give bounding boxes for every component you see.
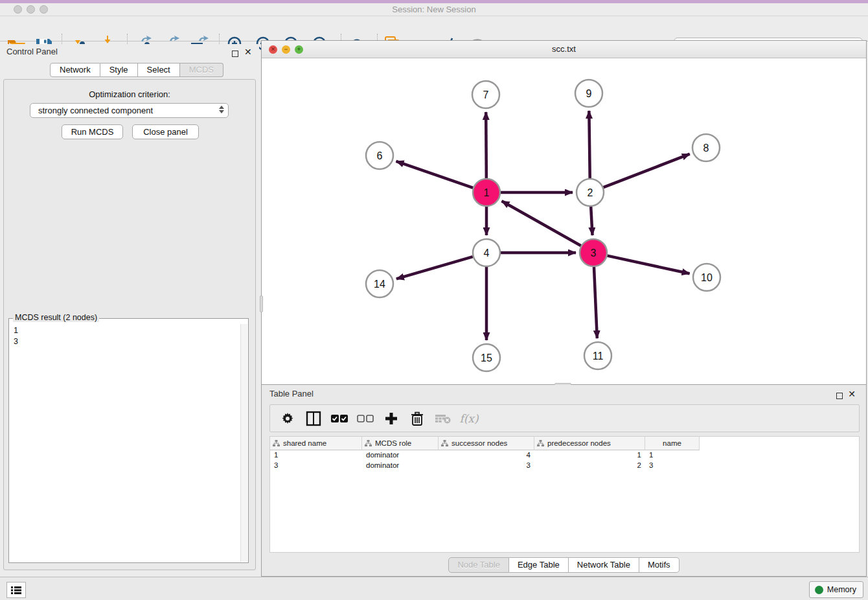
- graph-node-15[interactable]: 15: [473, 344, 500, 371]
- table-panel: Table Panel ✕ f(x) shared nameMCDS roles…: [261, 385, 867, 577]
- list-icon: [10, 585, 22, 595]
- table-panel-title: Table Panel: [269, 389, 314, 398]
- tab-mcds[interactable]: MCDS: [180, 63, 223, 77]
- tab-network-table[interactable]: Network Table: [569, 557, 639, 573]
- graph-node-2[interactable]: 2: [577, 179, 604, 206]
- tab-style[interactable]: Style: [100, 63, 138, 77]
- memory-status-icon: [815, 586, 823, 594]
- node-label: 15: [481, 352, 492, 363]
- column-header-successor-nodes[interactable]: successor nodes: [439, 437, 534, 450]
- column-header-MCDS-role[interactable]: MCDS role: [362, 437, 439, 450]
- graph-node-10[interactable]: 10: [693, 264, 720, 291]
- select-all-icon[interactable]: [331, 410, 348, 427]
- table-cell[interactable]: 2: [534, 461, 645, 471]
- node-label: 8: [703, 143, 709, 154]
- task-history-button[interactable]: [6, 582, 26, 598]
- table-cell[interactable]: 1: [645, 450, 700, 461]
- deselect-all-icon[interactable]: [357, 410, 374, 427]
- graph-node-7[interactable]: 7: [472, 81, 499, 108]
- graph-node-11[interactable]: 11: [584, 342, 611, 369]
- run-mcds-button[interactable]: Run MCDS: [62, 124, 123, 139]
- tab-edge-table[interactable]: Edge Table: [509, 557, 569, 573]
- table-row[interactable]: 1dominator411: [270, 450, 700, 461]
- control-panel: Control Panel ✕ Network Style Select MCD…: [0, 44, 259, 571]
- main-toolbar: [0, 16, 868, 41]
- tab-select[interactable]: Select: [138, 63, 180, 77]
- memory-label: Memory: [827, 585, 856, 594]
- window-titlebar: Session: New Session: [0, 3, 868, 16]
- delete-column-trash-icon[interactable]: [409, 410, 426, 427]
- delete-table-icon: [435, 410, 451, 427]
- tab-node-table[interactable]: Node Table: [448, 557, 509, 573]
- edge-2-3[interactable]: [591, 207, 592, 235]
- table-header-row: shared nameMCDS rolesuccessor nodesprede…: [270, 437, 700, 450]
- node-label: 10: [701, 272, 713, 283]
- add-column-icon[interactable]: [383, 410, 400, 427]
- network-graph[interactable]: 7968124314101511: [262, 58, 866, 384]
- close-table-panel-icon[interactable]: ✕: [848, 391, 856, 397]
- node-label: 2: [588, 187, 593, 198]
- show-columns-icon[interactable]: [305, 410, 322, 427]
- graph-node-9[interactable]: 9: [575, 80, 602, 107]
- column-header-predecessor-nodes[interactable]: predecessor nodes: [534, 437, 645, 450]
- graph-node-4[interactable]: 4: [473, 239, 500, 266]
- window-title: Session: New Session: [0, 3, 868, 16]
- window-close-button[interactable]: [14, 5, 22, 14]
- edge-3-11[interactable]: [594, 267, 597, 338]
- mcds-result-text[interactable]: 1 3: [10, 324, 240, 562]
- float-table-panel-icon[interactable]: [836, 390, 843, 402]
- window-zoom-button[interactable]: [40, 5, 48, 14]
- close-panel-button[interactable]: Close panel: [132, 124, 199, 139]
- table-cell[interactable]: 4: [439, 450, 534, 461]
- network-close-button[interactable]: ✕: [269, 45, 277, 54]
- control-panel-title: Control Panel: [6, 47, 58, 56]
- edge-1-6[interactable]: [396, 161, 474, 188]
- tab-motifs[interactable]: Motifs: [639, 557, 680, 573]
- edge-2-8[interactable]: [604, 154, 690, 187]
- criterion-dropdown[interactable]: strongly connected component: [30, 103, 229, 118]
- graph-node-8[interactable]: 8: [692, 134, 720, 161]
- node-table[interactable]: shared nameMCDS rolesuccessor nodesprede…: [269, 436, 860, 553]
- column-header-name[interactable]: name: [645, 437, 700, 450]
- edge-4-14[interactable]: [396, 257, 473, 279]
- node-label: 14: [374, 279, 385, 290]
- chevron-up-down-icon: [219, 106, 224, 113]
- table-cell[interactable]: 3: [439, 461, 534, 471]
- memory-button[interactable]: Memory: [809, 581, 863, 598]
- graph-node-6[interactable]: 6: [366, 142, 393, 169]
- graph-node-1[interactable]: 1: [473, 179, 500, 206]
- edge-3-1[interactable]: [502, 201, 581, 246]
- network-maximize-button[interactable]: +: [295, 45, 303, 54]
- table-cell[interactable]: 1: [534, 450, 645, 461]
- node-label: 4: [484, 248, 490, 259]
- table-row[interactable]: 3dominator323: [270, 461, 700, 471]
- control-panel-tabs: Network Style Select MCDS: [50, 63, 223, 77]
- table-cell[interactable]: 3: [270, 461, 362, 471]
- node-label: 3: [591, 248, 597, 259]
- result-scrollbar[interactable]: [240, 324, 247, 562]
- edge-2-9[interactable]: [589, 111, 589, 178]
- node-label: 6: [377, 150, 383, 161]
- table-cell[interactable]: dominator: [362, 461, 439, 471]
- graph-node-3[interactable]: 3: [580, 239, 607, 266]
- table-toolbar: f(x): [269, 404, 860, 432]
- table-tabs: Node Table Edge Table Network Table Moti…: [262, 557, 866, 573]
- table-cell[interactable]: 1: [270, 450, 362, 461]
- float-panel-icon[interactable]: [232, 48, 238, 60]
- column-header-shared-name[interactable]: shared name: [270, 437, 362, 450]
- table-settings-gear-icon[interactable]: [279, 410, 296, 427]
- graph-node-14[interactable]: 14: [366, 270, 393, 297]
- window-minimize-button[interactable]: [27, 5, 35, 14]
- network-minimize-button[interactable]: −: [282, 45, 290, 54]
- status-bar: Memory: [0, 577, 868, 600]
- tab-network[interactable]: Network: [50, 63, 100, 77]
- close-panel-icon[interactable]: ✕: [244, 49, 252, 55]
- table-cell[interactable]: 3: [645, 461, 700, 471]
- optimization-criterion-label: Optimization criterion:: [4, 89, 255, 99]
- splitter-handle-vertical[interactable]: [260, 295, 263, 312]
- table-cell[interactable]: dominator: [362, 450, 439, 461]
- node-label: 7: [483, 89, 489, 100]
- network-view-window: ✕ − + scc.txt 7968124314101511: [261, 40, 867, 385]
- edge-1-7[interactable]: [486, 112, 486, 178]
- edge-3-10[interactable]: [607, 256, 689, 274]
